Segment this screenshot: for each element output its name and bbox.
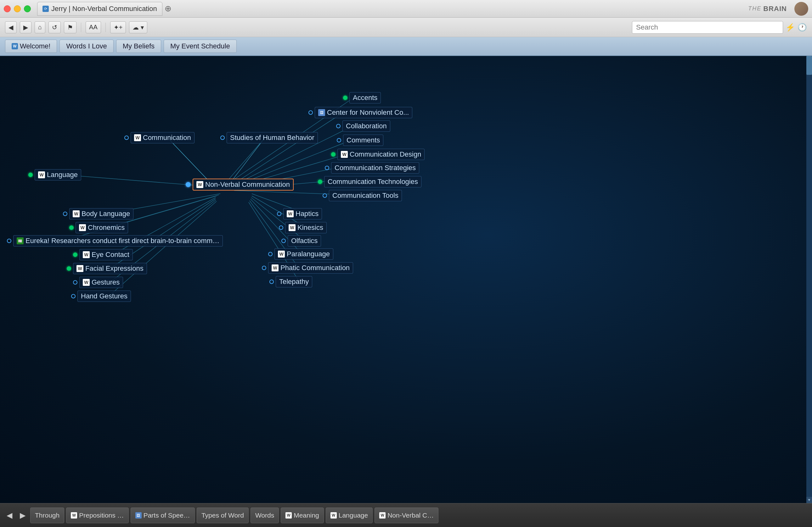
cloud-button[interactable]: ☁ ▾ <box>129 21 147 33</box>
chip-lang-label: Language <box>339 512 368 519</box>
add-tab-button[interactable]: ⊕ <box>162 3 174 14</box>
cto-text: Communication Tools <box>332 192 398 200</box>
svg-line-10 <box>234 191 337 194</box>
search-clock-button[interactable]: 🕐 <box>798 23 807 32</box>
wiki-badge-bl: W <box>73 210 79 217</box>
chip-parts-speech[interactable]: 🖼 Parts of Spee… <box>131 508 195 523</box>
comm-text: Communication <box>143 134 191 142</box>
node-gestures[interactable]: W Gestures <box>73 277 123 288</box>
node-comm-strat[interactable]: Communication Strategies <box>325 162 419 174</box>
maximize-button[interactable] <box>24 5 31 12</box>
star-plus-button[interactable]: ✦+ <box>110 21 126 33</box>
cto-label: Communication Tools <box>329 190 402 201</box>
node-center[interactable]: W Non-Verbal Communication <box>186 179 294 191</box>
node-phatic[interactable]: W Phatic Communication <box>262 262 353 274</box>
node-language[interactable]: W Language <box>28 169 81 180</box>
fe-label: W Facial Expressions <box>73 263 147 274</box>
home-button[interactable]: ⌂ <box>34 21 45 33</box>
font-button[interactable]: AA <box>86 21 101 33</box>
node-paralang[interactable]: W Paralanguage <box>268 249 333 260</box>
recents-button[interactable]: ↺ <box>48 21 61 33</box>
chip-meaning-label: Meaning <box>294 512 319 519</box>
node-comments[interactable]: Comments <box>337 135 383 146</box>
minimize-button[interactable] <box>14 5 21 12</box>
chip-words-label: Words <box>255 512 274 519</box>
scroll-down-arrow[interactable]: ▼ <box>806 497 812 503</box>
tab-beliefs[interactable]: My Beliefs <box>116 40 161 53</box>
node-comm-tools[interactable]: Communication Tools <box>323 190 402 201</box>
node-studies[interactable]: Studies of Human Behavior <box>220 132 318 144</box>
browser-tab[interactable]: ⟳ Jerry | Non-Verbal Communication <box>37 2 162 16</box>
ph-text: Phatic Communication <box>280 264 350 272</box>
node-eye-contact[interactable]: W Eye Contact <box>73 249 133 260</box>
ec-dot <box>73 253 77 257</box>
forward-button[interactable]: ▶ <box>20 21 31 33</box>
ki-dot <box>279 225 283 230</box>
studies-text: Studies of Human Behavior <box>230 134 315 142</box>
svg-line-25 <box>229 138 264 184</box>
bl-text: Body Language <box>82 210 130 218</box>
te-text: Telepathy <box>279 278 309 286</box>
tag-button[interactable]: ⚑ <box>64 21 76 33</box>
node-chronemics[interactable]: W Chronemics <box>69 222 128 233</box>
chip-meaning[interactable]: W Meaning <box>281 508 324 523</box>
ha-dot <box>277 212 281 216</box>
tab-words-love[interactable]: Words I Love <box>59 40 113 53</box>
chip-language[interactable]: W Language <box>326 508 373 523</box>
toolbar: ◀ ▶ ⌂ ↺ ⚑ AA ✦+ ☁ ▾ ⚡ 🕐 <box>0 18 812 37</box>
ph-label: W Phatic Communication <box>268 262 353 274</box>
ec-text: Eye Contact <box>91 251 129 259</box>
scrollbar-thumb[interactable] <box>806 56 812 75</box>
node-accents[interactable]: Accents <box>343 92 381 103</box>
chip-prepositions[interactable]: W Prepositions … <box>66 508 128 523</box>
cnvc-label: 🖼 Center for Nonviolent Co... <box>315 107 412 118</box>
pl-label: W Paralanguage <box>274 249 333 260</box>
node-collaboration[interactable]: Collaboration <box>336 120 390 132</box>
node-haptics[interactable]: W Haptics <box>277 208 322 220</box>
chip-words[interactable]: Words <box>250 508 279 523</box>
tab-welcome[interactable]: W Welcome! <box>5 40 57 53</box>
eu-label: 📰 Eureka! Researchers conduct first dire… <box>13 235 223 246</box>
lang-dot <box>28 172 33 177</box>
node-comm-design[interactable]: W Communication Design <box>331 149 424 160</box>
accents-dot <box>343 95 347 100</box>
hg-dot <box>71 294 75 298</box>
ec-label: W Eye Contact <box>79 249 133 260</box>
wiki-badge-ec: W <box>83 251 90 258</box>
bottom-forward-button[interactable]: ▶ <box>17 510 28 521</box>
wiki-badge-chr: W <box>79 224 86 231</box>
tab-welcome-label: Welcome! <box>20 42 50 50</box>
scrollbar-track: ▲ ▼ <box>806 56 812 503</box>
node-eureka[interactable]: 📰 Eureka! Researchers conduct first dire… <box>7 235 223 246</box>
search-lightning-button[interactable]: ⚡ <box>786 23 795 32</box>
back-button[interactable]: ◀ <box>5 21 17 33</box>
wiki-badge-comm: W <box>134 134 141 141</box>
node-communication[interactable]: W Communication <box>124 132 194 144</box>
close-button[interactable] <box>4 5 11 12</box>
bottom-back-button[interactable]: ◀ <box>4 510 15 521</box>
chip-nonverbal[interactable]: W Non-Verbal C… <box>375 508 438 523</box>
node-hand-gest[interactable]: Hand Gestures <box>71 290 131 302</box>
canvas-wrapper: W Non-Verbal Communication W Communicati… <box>0 56 812 503</box>
tab-event[interactable]: My Event Schedule <box>164 40 237 53</box>
node-olfactics[interactable]: Olfactics <box>281 235 321 246</box>
node-cnvc[interactable]: 🖼 Center for Nonviolent Co... <box>308 107 412 118</box>
node-body-lang[interactable]: W Body Language <box>63 208 133 220</box>
node-telepathy[interactable]: Telepathy <box>270 276 312 287</box>
node-comm-tech[interactable]: Communication Technologies <box>318 176 421 187</box>
wiki-badge-lang: W <box>38 171 45 178</box>
wiki-badge-pl: W <box>278 251 285 257</box>
pl-text: Paralanguage <box>287 250 330 258</box>
ct-text: Communication Technologies <box>328 178 418 186</box>
main-canvas[interactable]: W Non-Verbal Communication W Communicati… <box>0 56 812 503</box>
search-input[interactable] <box>632 21 783 34</box>
chip-through-label: Through <box>35 512 59 519</box>
chip-through[interactable]: Through <box>30 508 64 523</box>
node-facial[interactable]: W Facial Expressions <box>67 263 147 274</box>
pl-dot <box>268 252 273 256</box>
chip-types-word[interactable]: Types of Word <box>197 508 249 523</box>
cnvc-img: 🖼 <box>318 109 325 116</box>
node-kinesics[interactable]: W Kinesics <box>279 222 327 233</box>
ki-text: Kinesics <box>298 224 323 232</box>
tab-event-label: My Event Schedule <box>170 42 230 50</box>
